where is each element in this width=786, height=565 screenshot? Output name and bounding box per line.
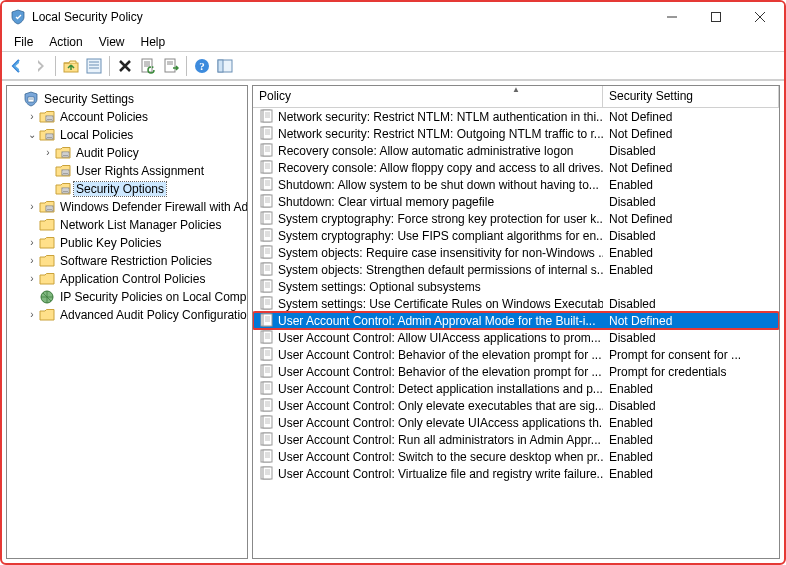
setting-value: Enabled [609,416,653,430]
setting-cell: Enabled [603,416,779,430]
chevron-icon[interactable]: › [25,202,39,212]
chevron-icon[interactable]: › [25,274,39,284]
policy-row[interactable]: User Account Control: Behavior of the el… [253,346,779,363]
policy-row[interactable]: User Account Control: Allow UIAccess app… [253,329,779,346]
refresh-icon[interactable] [137,55,159,77]
tree-item[interactable]: ›Windows Defender Firewall with Adva [7,198,247,216]
policy-row[interactable]: Recovery console: Allow floppy copy and … [253,159,779,176]
svg-rect-49 [263,144,272,156]
policy-name: Network security: Restrict NTLM: NTLM au… [278,110,603,124]
svg-rect-31 [62,188,69,193]
policy-cell: Shutdown: Clear virtual memory pagefile [253,194,603,210]
setting-cell: Enabled [603,433,779,447]
policy-cell: User Account Control: Admin Approval Mod… [253,313,603,329]
column-header-setting[interactable]: Security Setting [603,86,779,107]
menu-view[interactable]: View [91,33,133,51]
policy-name: Shutdown: Allow system to be shut down w… [278,178,599,192]
setting-value: Not Defined [609,314,672,328]
tree-item[interactable]: ›Application Control Policies [7,270,247,288]
tree-item[interactable]: IP Security Policies on Local Compute [7,288,247,306]
properties-icon[interactable] [83,55,105,77]
policy-row[interactable]: System cryptography: Force strong key pr… [253,210,779,227]
toolbar-separator [109,56,110,76]
maximize-button[interactable] [694,2,738,32]
policy-row[interactable]: User Account Control: Behavior of the el… [253,363,779,380]
up-folder-icon[interactable] [60,55,82,77]
minimize-button[interactable] [650,2,694,32]
tree-label: Software Restriction Policies [58,254,214,268]
policy-cell: User Account Control: Behavior of the el… [253,364,603,380]
close-button[interactable] [738,2,782,32]
svg-rect-109 [263,348,272,360]
policy-row[interactable]: Network security: Restrict NTLM: Outgoin… [253,125,779,142]
chevron-icon[interactable]: › [25,310,39,320]
svg-rect-34 [46,206,53,211]
tree-item[interactable]: ›Advanced Audit Policy Configuration [7,306,247,324]
tree-item[interactable]: ›Public Key Policies [7,234,247,252]
setting-cell: Not Defined [603,127,779,141]
chevron-icon[interactable]: › [25,112,39,122]
forward-arrow-icon[interactable] [29,55,51,77]
chevron-icon[interactable]: › [25,256,39,266]
delete-icon[interactable] [114,55,136,77]
show-hide-icon[interactable] [214,55,236,77]
tree-item[interactable]: ›Account Policies [7,108,247,126]
tree-root[interactable]: Security Settings [7,90,247,108]
tree-item[interactable]: ⌄Local Policies [7,126,247,144]
tree-item[interactable]: ›Audit Policy [7,144,247,162]
policy-name: Shutdown: Clear virtual memory pagefile [278,195,494,209]
toolbar: ? [2,52,784,80]
tree-item[interactable]: Security Options [7,180,247,198]
column-header-policy[interactable]: Policy [253,86,603,107]
policy-row[interactable]: System settings: Use Certificate Rules o… [253,295,779,312]
policy-row[interactable]: System settings: Optional subsystems [253,278,779,295]
policy-row[interactable]: User Account Control: Only elevate UIAcc… [253,414,779,431]
policy-row[interactable]: Shutdown: Allow system to be shut down w… [253,176,779,193]
export-list-icon[interactable] [160,55,182,77]
policy-icon [259,296,275,312]
app-icon [10,9,26,25]
back-arrow-icon[interactable] [6,55,28,77]
policy-row[interactable]: System cryptography: Use FIPS compliant … [253,227,779,244]
tree-item[interactable]: User Rights Assignment [7,162,247,180]
policy-name: System objects: Require case insensitivi… [278,246,603,260]
tree-item[interactable]: ›Software Restriction Policies [7,252,247,270]
policy-row[interactable]: Network security: Restrict NTLM: NTLM au… [253,108,779,125]
policy-row[interactable]: User Account Control: Virtualize file an… [253,465,779,482]
menu-file[interactable]: File [6,33,41,51]
policy-row[interactable]: User Account Control: Admin Approval Mod… [253,312,779,329]
chevron-icon[interactable]: › [41,148,55,158]
svg-rect-144 [263,467,272,479]
policy-icon [259,194,275,210]
help-icon[interactable]: ? [191,55,213,77]
policy-icon [259,466,275,482]
policy-row[interactable]: Shutdown: Clear virtual memory pagefileD… [253,193,779,210]
tree-pane[interactable]: Security Settings›Account Policies⌄Local… [6,85,248,559]
policy-row[interactable]: Recovery console: Allow automatic admini… [253,142,779,159]
policy-row[interactable]: User Account Control: Detect application… [253,380,779,397]
chevron-icon[interactable]: ⌄ [25,130,39,140]
chevron-icon[interactable]: › [25,238,39,248]
policy-row[interactable]: User Account Control: Run all administra… [253,431,779,448]
folder-icon [39,253,55,269]
setting-cell: Disabled [603,144,779,158]
setting-cell: Enabled [603,246,779,260]
menu-help[interactable]: Help [133,33,174,51]
policy-row[interactable]: System objects: Strengthen default permi… [253,261,779,278]
svg-rect-114 [263,365,272,377]
policy-row[interactable]: System objects: Require case insensitivi… [253,244,779,261]
setting-cell: Not Defined [603,110,779,124]
menu-action[interactable]: Action [41,33,90,51]
tree-item[interactable]: Network List Manager Policies [7,216,247,234]
svg-rect-129 [263,416,272,428]
policy-icon [259,381,275,397]
setting-cell: Prompt for consent for ... [603,348,779,362]
setting-value: Enabled [609,263,653,277]
policy-row[interactable]: User Account Control: Switch to the secu… [253,448,779,465]
policy-cell: System objects: Strengthen default permi… [253,262,603,278]
policy-row[interactable]: User Account Control: Only elevate execu… [253,397,779,414]
list-body[interactable]: Network security: Restrict NTLM: NTLM au… [253,108,779,558]
setting-value: Enabled [609,246,653,260]
toolbar-separator [55,56,56,76]
svg-rect-104 [263,331,272,343]
